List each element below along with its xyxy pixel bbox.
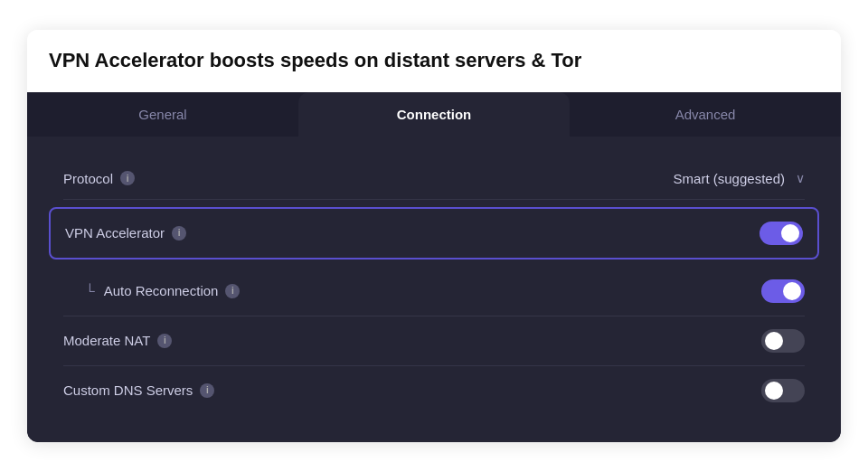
protocol-info-icon[interactable]: i [120, 171, 135, 185]
moderate-nat-info-icon[interactable]: i [157, 334, 172, 348]
settings-panel: General Connection Advanced Protocol i S… [27, 92, 841, 442]
settings-content: Protocol i Smart (suggested) ∨ VPN Accel… [27, 137, 841, 442]
divider-1 [63, 199, 805, 200]
moderate-nat-label: Moderate NAT i [63, 333, 172, 348]
tab-connection[interactable]: Connection [298, 92, 570, 137]
moderate-nat-toggle[interactable] [761, 329, 805, 353]
title-bar: VPN Accelerator boosts speeds on distant… [27, 30, 841, 92]
tab-general[interactable]: General [27, 92, 298, 137]
custom-dns-toggle[interactable] [761, 379, 805, 402]
vpn-accelerator-row: VPN Accelerator i [49, 207, 819, 260]
moderate-nat-row: Moderate NAT i [63, 316, 805, 365]
protocol-row: Protocol i Smart (suggested) ∨ [63, 158, 805, 199]
protocol-chevron-icon: ∨ [796, 171, 805, 185]
tab-advanced[interactable]: Advanced [570, 92, 841, 137]
auto-reconnection-info-icon[interactable]: i [225, 284, 240, 298]
custom-dns-row: Custom DNS Servers i [63, 366, 805, 415]
vpn-accelerator-info-icon[interactable]: i [172, 226, 186, 241]
custom-dns-label: Custom DNS Servers i [63, 382, 214, 398]
protocol-label: Protocol i [63, 171, 135, 186]
custom-dns-toggle-knob [765, 382, 783, 400]
auto-reconnection-label: └ Auto Reconnection i [85, 283, 240, 298]
protocol-value-area[interactable]: Smart (suggested) ∨ [674, 171, 805, 186]
vpn-accelerator-toggle-knob [781, 224, 799, 242]
auto-reconnection-toggle[interactable] [761, 279, 805, 303]
main-card: VPN Accelerator boosts speeds on distant… [27, 30, 841, 442]
page-title: VPN Accelerator boosts speeds on distant… [49, 48, 819, 74]
vpn-accelerator-label: VPN Accelerator i [65, 225, 186, 241]
auto-reconnection-toggle-knob [783, 282, 801, 300]
custom-dns-info-icon[interactable]: i [200, 383, 214, 398]
sub-connector-icon: └ [85, 283, 95, 298]
moderate-nat-toggle-knob [765, 332, 783, 350]
tabs-bar: General Connection Advanced [27, 92, 841, 137]
auto-reconnection-row: └ Auto Reconnection i [63, 267, 805, 316]
vpn-accelerator-toggle[interactable] [760, 222, 803, 245]
